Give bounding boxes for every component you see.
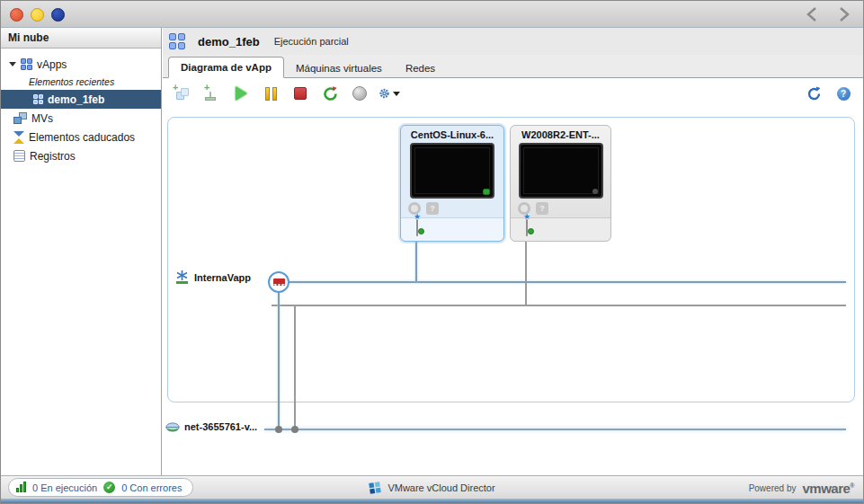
help-icon: ? (837, 87, 851, 101)
actions-gear-button[interactable] (379, 84, 400, 103)
window-minimize-button[interactable] (31, 8, 44, 22)
tab-virtual-machines[interactable]: Máquinas virtuales (284, 58, 394, 78)
stop-icon (294, 87, 307, 100)
logs-icon (13, 150, 25, 162)
add-network-icon: + (203, 85, 219, 102)
vmtools-running-icon (483, 189, 490, 195)
junction-dot (291, 426, 298, 433)
powered-by-text: Powered by (749, 483, 797, 493)
network-label-net3655761[interactable]: net-3655761-v... (165, 421, 257, 432)
sidebar-item-expired[interactable]: Elementos caducados (1, 128, 161, 146)
add-vm-button[interactable]: + (171, 84, 192, 103)
sidebar-item-demo-1feb[interactable]: demo_1feb (1, 90, 161, 109)
tabbar: Diagrama de vApp Máquinas virtuales Rede… (163, 55, 863, 78)
expand-caret-icon[interactable] (9, 62, 16, 66)
sidebar-item-logs[interactable]: Registros (1, 146, 161, 165)
vms-icon (13, 112, 27, 124)
connector-centos-nic (415, 242, 417, 282)
power-indicator-icon (592, 189, 598, 194)
suspend-button[interactable] (260, 84, 281, 103)
recent-items-label: Elementos recientes (1, 74, 161, 90)
pause-icon (265, 87, 277, 101)
nic-plug-icon (416, 219, 418, 236)
start-button[interactable] (230, 84, 252, 103)
vapp-status-text: Ejecución parcial (274, 36, 349, 47)
dropdown-caret-icon (393, 92, 400, 96)
refresh-icon (806, 86, 822, 102)
connector-w2008-nic (525, 242, 527, 305)
titlebar (1, 1, 863, 28)
console-button[interactable] (349, 84, 370, 103)
vapp-icon (169, 33, 185, 49)
product-branding: VMware vCloud Director (1, 476, 863, 500)
switch-icon (273, 279, 285, 286)
connector-secondary-to-net (294, 305, 296, 429)
mvs-label: MVs (31, 112, 53, 125)
network-label-internavapp[interactable]: InternaVapp (174, 270, 251, 285)
vm-card-w2008r2[interactable]: W2008R2-ENT-... ? ★ (510, 125, 611, 242)
vm-card-centos[interactable]: CentOS-Linux-6... ? ★ (400, 125, 504, 242)
vapps-label: vApps (37, 58, 67, 71)
org-network-icon (165, 422, 180, 432)
toolbar-right: ? (803, 78, 854, 109)
stop-button[interactable] (289, 84, 311, 103)
sidebar-item-mvs[interactable]: MVs (1, 109, 161, 128)
vapp-header: demo_1feb Ejecución parcial (163, 28, 863, 55)
vm-question-badge-icon: ? (536, 202, 548, 215)
refresh-button[interactable] (803, 84, 824, 103)
vm-nic-connector[interactable]: ★ (521, 213, 532, 236)
back-chevron-icon[interactable] (804, 5, 820, 23)
vm-console-thumbnail[interactable] (410, 143, 494, 199)
vmware-logo: vmware® (802, 481, 854, 496)
connector-router-to-net (278, 282, 280, 429)
router-node-icon[interactable] (268, 271, 289, 293)
vm-nic-strip: ★ (401, 217, 503, 241)
vm-console-thumbnail[interactable] (519, 143, 603, 199)
vcloud-logo-icon (369, 482, 381, 494)
network-name: net-3655761-v... (184, 421, 257, 432)
sidebar: Mi nube vApps Elementos recientes demo_1… (1, 28, 162, 475)
vapp-item-icon (33, 94, 43, 104)
selected-vapp-label: demo_1feb (48, 93, 104, 106)
nav-tree: vApps Elementos recientes demo_1feb MVs … (1, 49, 161, 165)
vcloud-director-window: { "titlebar": { "window_buttons": ["clos… (0, 0, 864, 504)
add-vm-icon: + (173, 85, 191, 102)
vm-name: W2008R2-ENT-... (511, 126, 610, 142)
tab-networks[interactable]: Redes (394, 58, 447, 78)
hourglass-icon (13, 131, 24, 144)
powered-by: Powered by vmware® (749, 476, 854, 500)
vapp-network-icon (174, 270, 190, 285)
vm-nic-connector[interactable]: ★ (412, 213, 423, 236)
add-network-button[interactable]: + (200, 84, 222, 103)
network-name: InternaVapp (194, 272, 251, 283)
vm-nic-strip: ★ (511, 217, 610, 241)
sidebar-title: Mi nube (1, 28, 161, 49)
window-zoom-button[interactable] (51, 8, 65, 22)
nic-connected-icon (528, 228, 534, 234)
network-line-internavapp[interactable] (289, 281, 846, 283)
tab-diagram[interactable]: Diagrama de vApp (168, 57, 284, 78)
network-line-secondary[interactable] (272, 305, 846, 306)
nic-plug-icon (526, 219, 528, 236)
expired-label: Elementos caducados (29, 131, 135, 144)
logs-label: Registros (30, 150, 76, 163)
vm-question-badge-icon: ? (426, 202, 439, 215)
nic-connected-icon (418, 228, 424, 234)
play-icon (236, 86, 247, 101)
sidebar-item-vapps[interactable]: vApps (1, 55, 161, 74)
network-line-net3655761[interactable] (264, 429, 846, 430)
main-panel: demo_1feb Ejecución parcial Diagrama de … (163, 28, 863, 475)
product-name: VMware vCloud Director (387, 482, 494, 493)
window-close-button[interactable] (10, 8, 23, 22)
reset-button[interactable] (319, 84, 341, 103)
help-button[interactable]: ? (833, 84, 854, 103)
page-title: demo_1feb (198, 35, 260, 49)
forward-chevron-icon[interactable] (836, 5, 852, 23)
toolbar: + + (163, 78, 863, 109)
history-nav (804, 5, 852, 23)
vapps-icon (21, 58, 32, 70)
console-icon (352, 86, 367, 101)
vm-name: CentOS-Linux-6... (401, 126, 503, 142)
junction-dot (275, 426, 282, 433)
statusbar: 0 En ejecución ✓ 0 Con errores VMware vC… (1, 475, 863, 503)
